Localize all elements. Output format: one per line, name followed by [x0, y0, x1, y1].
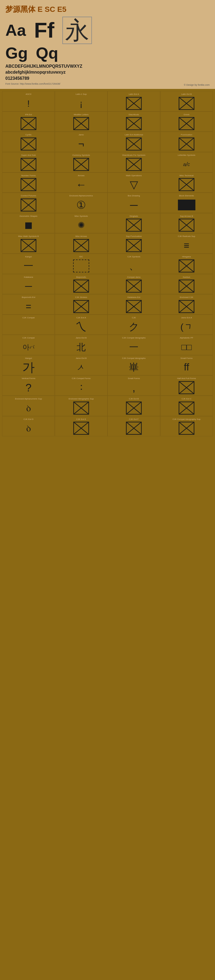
grid-section: ASCII!Latin-1 Sup¡Latin Ext A Latin Ext …: [0, 89, 215, 438]
grid-cell: Super And Sub: [2, 152, 55, 172]
cell-label: Hangul: [25, 357, 32, 360]
cell-label: Vertical Forms: [21, 377, 35, 380]
grid-cell: Cyrillic: [2, 132, 55, 152]
cell-symbol: [178, 300, 194, 313]
cell-symbol: [73, 422, 89, 435]
preview-gg: Gg: [5, 45, 28, 61]
grid-cell: Small Formsff: [160, 355, 213, 375]
cell-symbol: [126, 137, 142, 151]
cell-label: Alphabetic PF: [180, 337, 193, 339]
cell-symbol: [178, 97, 194, 110]
grid-cell: CJK Ext C: [160, 396, 213, 416]
grid-cell: Katakana─: [2, 274, 55, 294]
grid-cell: Misc Math Symbols B: [2, 233, 55, 254]
cell-symbol: =: [25, 300, 31, 313]
cell-symbol: [21, 198, 37, 212]
cell-label: Math Operations: [126, 174, 142, 177]
cell-symbol: [73, 300, 89, 313]
cell-label: Enclosed CJK: [180, 296, 193, 299]
cell-symbol: ꝺ: [26, 401, 31, 415]
grid-cell: Block Elements: [160, 192, 213, 213]
preview-cjk: 永: [62, 17, 92, 44]
grid-cell: Misc Technical: [160, 172, 213, 193]
grid-container: ASCII!Latin-1 Sup¡Latin Ext A Latin Ext …: [2, 91, 213, 436]
grid-cell: Latin Ext A: [107, 91, 160, 111]
grid-cell: Misc Symbols✺: [55, 213, 107, 234]
cell-symbol: ≡: [183, 239, 189, 252]
cell-symbol: 、: [129, 259, 139, 273]
cell-symbol: [73, 158, 89, 171]
cell-label: Cyrillic: [25, 134, 32, 136]
cell-label: Modifier Letters: [74, 113, 88, 116]
grid-cell: Hangul가: [2, 355, 55, 375]
cell-label: Enclosed Alphanumeric Sup: [15, 398, 42, 400]
preview-qq: Qq: [36, 45, 58, 61]
cell-symbol: ←: [76, 178, 86, 191]
grid-cell: Kangxi一: [2, 254, 55, 274]
grid-cell: Katakana Ext: [107, 294, 160, 315]
alphabet-lower: abcdefghijklmnopqrstuvwxyz: [5, 69, 210, 75]
cell-symbol: ?: [25, 381, 32, 395]
cell-symbol: [178, 422, 194, 435]
grid-cell: Geometric Shapes■: [2, 213, 55, 234]
cell-symbol: !: [27, 97, 30, 110]
cell-symbol: ①: [76, 198, 86, 212]
cell-label: CJK: [132, 317, 136, 319]
cell-label: Super And Sub: [21, 154, 36, 157]
cell-label: Misc Math Symbols B: [18, 235, 39, 238]
grid-cell: Sup Arrows B: [160, 213, 213, 234]
cell-label: Diacriticals: [129, 113, 139, 116]
alphabet-upper: ABCDEFGHIJKLMNOPQRSTUVWXYZ: [5, 64, 210, 69]
cell-symbol: [73, 239, 89, 252]
grid-cell: CJK Compatゟ: [2, 315, 55, 335]
cell-label: Jamo Ext B: [76, 357, 87, 360]
cell-label: Box Drawing: [127, 194, 140, 197]
cell-label: Half And Full Forms: [177, 377, 196, 380]
cell-symbol: (ᆨ: [180, 320, 193, 333]
cell-label: CJK Ext F: [129, 418, 139, 421]
preview-aa: Aa: [5, 22, 26, 38]
cell-label: Dingbats: [129, 215, 138, 218]
grid-cell: Math Operations▽: [107, 172, 160, 193]
cell-label: Misc Arrows: [75, 235, 87, 238]
grid-cell: Sup Punctuation: [107, 233, 160, 254]
grid-cell: Latin Ext Additional: [107, 132, 160, 152]
cell-symbol: □□: [182, 340, 192, 354]
cell-label: CJK Ext C: [182, 398, 192, 400]
cell-label: Compat Jamo: [127, 276, 140, 278]
grid-cell: CJK Compat Ideography Sup: [160, 416, 213, 436]
cell-symbol: 一: [129, 340, 139, 354]
grid-cell: Jamo Ext Bᄼ: [55, 355, 107, 375]
cell-label: Katakana: [24, 276, 33, 278]
cell-label: Kangxi: [25, 256, 32, 258]
grid-cell: CJK Ext Dꝺ: [2, 416, 55, 436]
cell-label: Bopomofo: [76, 276, 86, 278]
cell-label: CJK Ext D: [24, 418, 33, 421]
grid-cell: Enclosed Alphanumeric Supꝺ: [2, 396, 55, 416]
grid-cell: Bopomofo: [55, 274, 107, 294]
cell-symbol: [126, 218, 142, 232]
cell-label: Jamo Ext A: [181, 317, 192, 319]
grid-cell: CJK Radicals Sup≡: [160, 233, 213, 254]
grid-cell: Enclosed CJK: [160, 294, 213, 315]
grid-cell: CJK Compat Ideographs崋: [107, 355, 160, 375]
cell-label: Greek: [183, 113, 190, 116]
cell-label: Bopomofo Ext: [22, 296, 35, 299]
cell-label: Diacriticals For Symbols: [122, 154, 145, 157]
cell-symbol: 乀: [76, 320, 86, 333]
cell-symbol: [178, 381, 194, 395]
cell-symbol: 가: [22, 361, 35, 374]
cell-symbol: [126, 300, 142, 313]
grid-cell: Bopomofo Ext=: [2, 294, 55, 315]
cell-label: Arrows: [78, 174, 84, 177]
grid-cell: Diacriticals For Symbols: [107, 152, 160, 172]
cell-symbol: [178, 401, 194, 415]
grid-cell: Jamo¬: [55, 132, 107, 152]
grid-cell: Number Forms: [2, 172, 55, 193]
grid-cell: Currency Symbols: [55, 152, 107, 172]
cell-symbol: ■: [24, 218, 32, 232]
cell-label: Block Elements: [179, 194, 194, 197]
grid-cell: CJK Strokes: [55, 294, 107, 315]
cell-symbol: ゟ: [23, 320, 34, 333]
cell-label: Latin Ext A: [129, 93, 139, 95]
